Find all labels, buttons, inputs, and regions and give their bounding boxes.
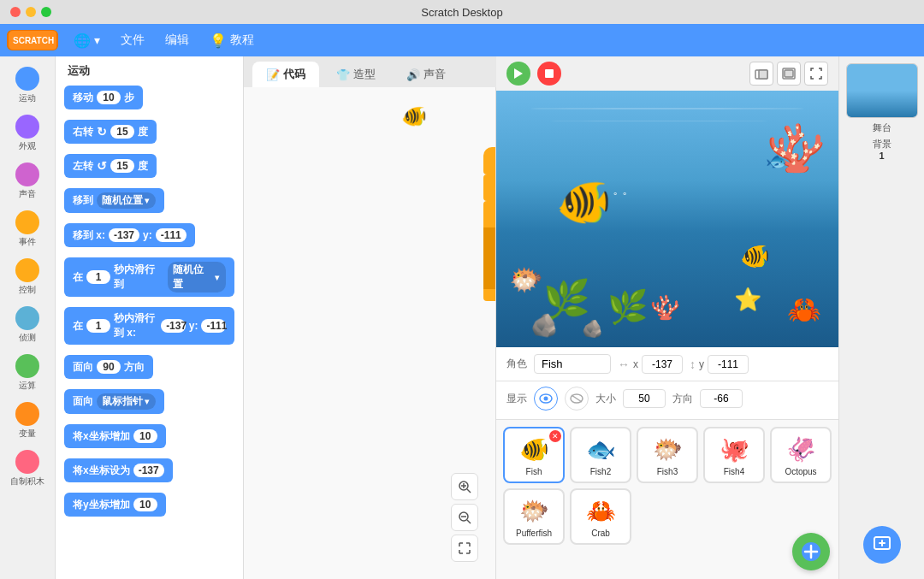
stage-thumbnail[interactable] (846, 63, 918, 118)
edit-menu[interactable]: 编辑 (157, 29, 198, 51)
when-flag-clicked-block[interactable]: 当 ⚑ 被点击 (483, 147, 496, 174)
sprite-item-pufferfish[interactable]: 🐡 Pufferfish (503, 488, 565, 545)
block-point-dir[interactable]: 面向 90 方向 (64, 355, 153, 379)
tab-costume[interactable]: 👕 造型 (323, 62, 389, 87)
tab-code[interactable]: 📝 代码 (252, 62, 319, 87)
set-rotation-block[interactable]: 将旋转方式设为 左右翻转 (483, 174, 496, 201)
add-backdrop-area (863, 526, 901, 572)
stop-button[interactable] (537, 62, 561, 86)
close-button[interactable] (10, 7, 21, 17)
category-sensing[interactable]: 侦测 (5, 303, 50, 347)
svg-text:SCRATCH: SCRATCH (13, 36, 54, 45)
category-control[interactable]: 控制 (5, 255, 50, 299)
fish4-thumb: 🐙 (715, 434, 753, 464)
sprite-item-fish3[interactable]: 🐡 Fish3 (637, 427, 698, 483)
svg-line-7 (467, 520, 471, 523)
backdrop-label: 背景 (873, 138, 891, 151)
rock: 🪨 (530, 312, 558, 339)
block-goto-xy[interactable]: 移到 x: -137 y: -111 (64, 223, 195, 247)
coral2: 🪸 (650, 293, 680, 322)
repeat-block[interactable]: 重复执行 移动 3 步 碰到边缘就反弹 (483, 201, 496, 301)
block-change-x[interactable]: 将x坐标增加 10 (64, 424, 166, 448)
stage-background: 🪸 🐟 🐠 🐠 🐡 🦀 ⭐ 🌿 🌿 (496, 91, 838, 347)
block-move[interactable]: 移动 10 步 (64, 86, 143, 109)
events-dot (15, 210, 39, 234)
looks-label: 外观 (19, 140, 36, 152)
category-sound[interactable]: 声音 (5, 159, 50, 204)
add-backdrop-button[interactable] (863, 526, 901, 564)
tutorial-menu[interactable]: 💡 教程 (201, 29, 263, 52)
angel-fish: 🐠 (556, 176, 612, 228)
operators-label: 运算 (19, 380, 36, 392)
file-menu[interactable]: 文件 (112, 29, 153, 51)
block-set-x[interactable]: 将x坐标设为 -137 (64, 458, 173, 482)
fullscreen-button[interactable] (804, 62, 828, 86)
sprite-item-fish[interactable]: ✕ 🐠 Fish (503, 427, 565, 483)
fish4-name: Fish4 (724, 467, 744, 476)
hide-button[interactable] (565, 387, 589, 411)
svg-rect-22 (785, 70, 793, 77)
show-button[interactable] (534, 387, 558, 411)
sensing-label: 侦测 (19, 332, 36, 344)
show-label: 显示 (506, 392, 527, 406)
bubbles: ⚬ ⚬ (612, 189, 628, 198)
stage[interactable]: 🪸 🐟 🐠 🐠 🐡 🦀 ⭐ 🌿 🌿 (496, 91, 838, 347)
y-input[interactable] (708, 355, 749, 374)
crab-thumb: 🦀 (582, 495, 619, 526)
maximize-button[interactable] (41, 7, 51, 17)
sprite-item-octopus[interactable]: 🦑 Octopus (770, 427, 832, 483)
tutorial-label: 教程 (230, 32, 254, 48)
motion-dot (15, 67, 39, 91)
sprite-item-crab[interactable]: 🦀 Crab (570, 488, 631, 545)
sound-icon: 🔊 (406, 68, 420, 81)
block-change-y[interactable]: 将y坐标增加 10 (64, 493, 166, 517)
direction-input[interactable] (700, 389, 743, 408)
stage-controls (506, 62, 561, 86)
add-sprite-button[interactable] (792, 533, 830, 570)
sprite-name-input[interactable] (534, 354, 611, 374)
zoom-in-button[interactable] (451, 473, 478, 500)
sprite-item-fish2[interactable]: 🐟 Fish2 (570, 427, 631, 483)
zoom-controls (451, 473, 478, 562)
octopus-thumb: 🦑 (782, 434, 820, 464)
svg-rect-18 (545, 69, 554, 78)
category-operators[interactable]: 运算 (5, 351, 50, 395)
block-point-towards[interactable]: 面向 鼠标指针 (64, 389, 164, 414)
sprite-item-fish4[interactable]: 🐙 Fish4 (703, 427, 765, 483)
size-input[interactable] (623, 389, 666, 408)
minimize-button[interactable] (26, 7, 36, 17)
category-events[interactable]: 事件 (5, 207, 50, 251)
custom-dot (15, 450, 39, 474)
direction-label: 方向 (672, 392, 693, 406)
globe-menu[interactable]: 🌐 ▾ (65, 29, 109, 52)
y-coord-group: ↕ y (690, 355, 749, 374)
code-icon: 📝 (266, 68, 280, 81)
block-glide-xy[interactable]: 在 1 秒内滑行到 x: -137 y: -111 (64, 307, 234, 345)
small-stage-button[interactable] (749, 62, 773, 86)
zoom-out-button[interactable] (451, 504, 478, 531)
x-input[interactable] (642, 355, 683, 374)
fish-thumb: 🐠 (515, 434, 553, 464)
block-turn-left[interactable]: 左转 ↺ 15 度 (64, 154, 157, 178)
block-goto-random[interactable]: 移到 随机位置 (64, 188, 164, 213)
fit-to-screen-button[interactable] (451, 535, 478, 562)
category-motion[interactable]: 运动 (5, 63, 50, 108)
category-custom[interactable]: 自制积木 (5, 446, 50, 491)
rock2: 🪨 (582, 318, 603, 339)
block-glide-random[interactable]: 在 1 秒内滑行到 随机位置 (64, 257, 234, 297)
costume-icon: 👕 (336, 68, 350, 81)
category-looks[interactable]: 外观 (5, 111, 50, 156)
block-turn-right[interactable]: 右转 ↻ 15 度 (64, 120, 157, 144)
y-arrow-icon: ↕ (690, 357, 696, 371)
category-variables[interactable]: 变量 (5, 399, 50, 443)
script-area[interactable]: 🐠 当 ⚑ 被点击 将旋转方式设为 左右翻转 重复执行 (244, 87, 496, 579)
clown-fish: 🐠 (740, 242, 770, 270)
sprite-delete-fish[interactable]: ✕ (549, 430, 561, 442)
variables-dot (15, 402, 39, 426)
starfish: ⭐ (734, 287, 761, 313)
green-flag-button[interactable] (506, 62, 530, 86)
y-label: y (699, 358, 704, 370)
large-stage-button[interactable] (777, 62, 801, 86)
file-label: 文件 (121, 32, 145, 48)
tab-sound[interactable]: 🔊 声音 (393, 62, 459, 87)
